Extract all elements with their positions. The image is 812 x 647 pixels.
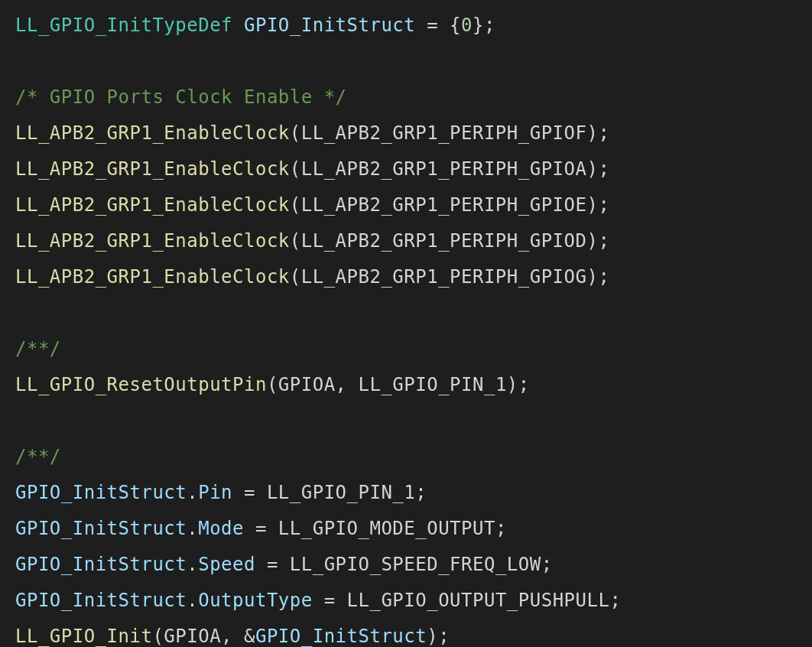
code-token: GPIO_InitStruct [15, 554, 187, 575]
code-token: ; [415, 482, 427, 503]
code-token: LL_APB2_GRP1_PERIPH_GPIOA [301, 158, 587, 180]
code-token: LL_APB2_GRP1_PERIPH_GPIOG [301, 266, 587, 288]
code-token: Pin [198, 482, 232, 503]
code-token: = [244, 482, 255, 503]
code-token: LL_APB2_GRP1_EnableClock [15, 194, 290, 216]
code-token: GPIO_InitStruct [15, 590, 187, 611]
code-token: ); [586, 230, 609, 252]
code-token: LL_APB2_GRP1_PERIPH_GPIOE [301, 194, 587, 216]
code-token: = [324, 590, 336, 611]
code-token: GPIO_InitStruct [255, 626, 427, 647]
code-token: ; [495, 518, 507, 539]
code-token [232, 15, 244, 36]
code-token: ( [152, 626, 164, 647]
code-token: . [187, 554, 198, 575]
code-line[interactable]: LL_GPIO_ResetOutputPin(GPIOA, LL_GPIO_PI… [15, 374, 530, 395]
code-token: , [336, 374, 359, 395]
code-token: . [187, 482, 198, 503]
code-token: GPIOA [164, 626, 221, 647]
code-token: ); [586, 266, 609, 288]
code-token: & [244, 626, 255, 647]
code-line[interactable]: LL_GPIO_InitTypeDef GPIO_InitStruct = {0… [15, 15, 495, 36]
code-token: LL_GPIO_PIN_1 [359, 374, 507, 395]
code-token: ( [290, 122, 301, 144]
code-token: . [187, 590, 198, 611]
code-token: Mode [198, 518, 244, 539]
code-token [267, 518, 278, 539]
code-line[interactable]: LL_APB2_GRP1_EnableClock(LL_APB2_GRP1_PE… [15, 158, 609, 180]
code-token: { [438, 15, 461, 36]
code-line[interactable]: LL_APB2_GRP1_EnableClock(LL_APB2_GRP1_PE… [15, 230, 609, 252]
code-token: /**/ [15, 446, 61, 467]
code-line[interactable]: LL_APB2_GRP1_EnableClock(LL_APB2_GRP1_PE… [15, 122, 609, 144]
code-token: GPIO_InitStruct [15, 482, 187, 503]
code-token: LL_GPIO_SPEED_FREQ_LOW [290, 554, 541, 575]
code-token: 0 [461, 15, 473, 36]
code-token: ); [586, 194, 609, 216]
code-editor-content[interactable]: LL_GPIO_InitTypeDef GPIO_InitStruct = {0… [0, 0, 812, 647]
code-token: GPIO_InitStruct [244, 15, 415, 36]
code-token [244, 518, 255, 539]
code-token: LL_APB2_GRP1_EnableClock [15, 158, 290, 180]
code-token: LL_APB2_GRP1_EnableClock [15, 230, 290, 252]
code-line[interactable]: LL_GPIO_Init(GPIOA, &GPIO_InitStruct); [15, 626, 450, 647]
code-token: ); [507, 374, 530, 395]
code-token: ( [290, 266, 301, 288]
code-token: = [255, 518, 267, 539]
code-token: . [187, 518, 198, 539]
code-token [336, 590, 347, 611]
code-token: = [267, 554, 278, 575]
code-token: ( [290, 194, 301, 216]
code-token: GPIO_InitStruct [15, 518, 187, 539]
code-token [255, 554, 267, 575]
code-token [278, 554, 290, 575]
code-line[interactable]: LL_APB2_GRP1_EnableClock(LL_APB2_GRP1_PE… [15, 194, 609, 216]
code-line[interactable]: /**/ [15, 446, 61, 467]
code-token: LL_APB2_GRP1_PERIPH_GPIOF [301, 122, 587, 144]
code-token: ); [586, 122, 609, 144]
code-token: ; [609, 590, 621, 611]
code-line[interactable]: /**/ [15, 338, 61, 359]
code-line[interactable]: LL_APB2_GRP1_EnableClock(LL_APB2_GRP1_PE… [15, 266, 609, 288]
code-token: GPIOA [278, 374, 336, 395]
code-token [415, 15, 427, 36]
code-token: , [221, 626, 244, 647]
code-token: LL_GPIO_InitTypeDef [15, 15, 232, 36]
code-token: LL_APB2_GRP1_EnableClock [15, 122, 290, 144]
code-token: LL_APB2_GRP1_EnableClock [15, 266, 290, 288]
code-token: LL_GPIO_MODE_OUTPUT [278, 518, 495, 539]
code-token: }; [473, 15, 495, 36]
code-token: OutputType [198, 590, 313, 611]
code-line[interactable]: GPIO_InitStruct.Mode = LL_GPIO_MODE_OUTP… [15, 518, 507, 539]
code-token: LL_GPIO_PIN_1 [267, 482, 415, 503]
code-token: LL_GPIO_OUTPUT_PUSHPULL [347, 590, 610, 611]
code-line[interactable]: /* GPIO Ports Clock Enable */ [15, 86, 347, 108]
code-token: ; [541, 554, 553, 575]
code-token [232, 482, 244, 503]
code-line[interactable]: GPIO_InitStruct.OutputType = LL_GPIO_OUT… [15, 590, 621, 611]
code-token: ); [586, 158, 609, 180]
code-line[interactable]: GPIO_InitStruct.Speed = LL_GPIO_SPEED_FR… [15, 554, 553, 575]
code-token: = [427, 15, 438, 36]
code-token: LL_APB2_GRP1_PERIPH_GPIOD [301, 230, 587, 252]
code-token: LL_GPIO_ResetOutputPin [15, 374, 267, 395]
code-token [313, 590, 324, 611]
code-line[interactable]: GPIO_InitStruct.Pin = LL_GPIO_PIN_1; [15, 482, 427, 503]
code-token: ( [267, 374, 278, 395]
code-token [255, 482, 267, 503]
code-token: Speed [198, 554, 255, 575]
code-token: ); [427, 626, 450, 647]
code-token: /**/ [15, 338, 61, 359]
code-token: ( [290, 230, 301, 252]
code-token: LL_GPIO_Init [15, 626, 152, 647]
code-token: /* GPIO Ports Clock Enable */ [15, 86, 347, 108]
code-token: ( [290, 158, 301, 180]
